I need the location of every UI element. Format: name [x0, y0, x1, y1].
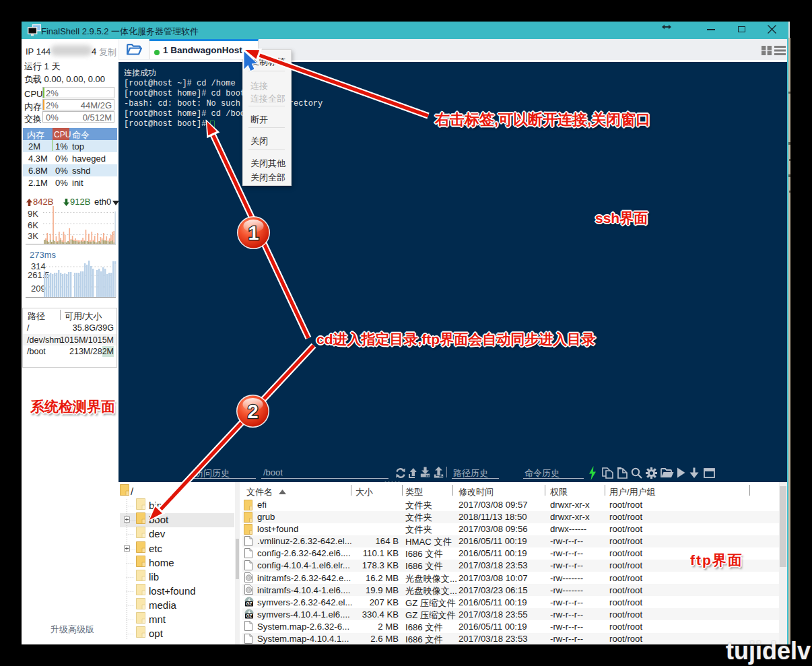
svg-text:2: 2	[247, 401, 258, 422]
svg-text:1: 1	[248, 222, 259, 244]
